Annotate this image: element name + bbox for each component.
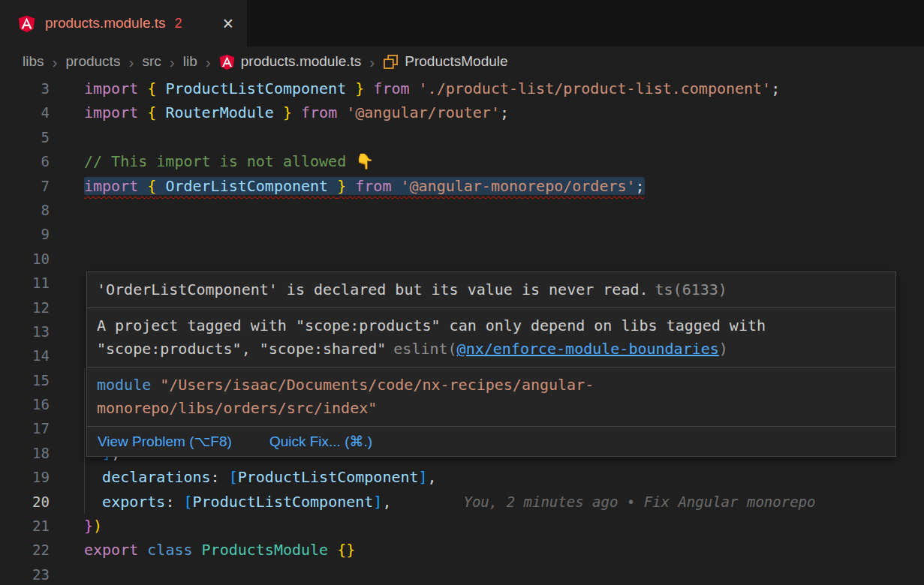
- line-number: 14: [0, 344, 68, 368]
- breadcrumb-label: src: [142, 53, 161, 70]
- code-editor[interactable]: 3import { ProductListComponent } from '.…: [0, 76, 924, 585]
- code-line-9[interactable]: 9: [0, 222, 924, 246]
- line-code: // This import is not allowed 👇: [68, 149, 924, 173]
- code-line-6[interactable]: 6// This import is not allowed 👇: [0, 149, 924, 173]
- ts-diagnostic-source: ts(6133): [655, 280, 727, 298]
- breadcrumb-item-products.module.ts[interactable]: products.module.ts: [219, 53, 362, 70]
- line-code: import { OrderListComponent } from '@ang…: [68, 174, 924, 198]
- breadcrumb-label: products.module.ts: [241, 53, 362, 70]
- module-path-line1: "/Users/isaac/Documents/code/nx-recipes/…: [160, 376, 594, 394]
- line-code: declarations: [ProductListComponent],: [68, 465, 924, 489]
- view-problem-link[interactable]: View Problem (⌥F8): [98, 433, 232, 450]
- code-line-20[interactable]: 20 exports: [ProductListComponent],You, …: [0, 490, 924, 514]
- breadcrumb-separator: ›: [53, 54, 58, 70]
- line-number: 10: [0, 247, 68, 271]
- code-line-4[interactable]: 4import { RouterModule } from '@angular/…: [0, 100, 924, 124]
- line-number: 11: [0, 271, 68, 295]
- line-number: 8: [0, 198, 68, 222]
- code-line-21[interactable]: 21}): [0, 514, 924, 538]
- eslint-message-line1: A project tagged with "scope:products" c…: [97, 314, 886, 338]
- line-number: 5: [0, 125, 68, 149]
- line-number: 4: [0, 100, 68, 124]
- code-line-5[interactable]: 5: [0, 125, 924, 149]
- line-content: import { ProductListComponent } from './…: [84, 80, 780, 98]
- breadcrumb-label: ProductsModule: [405, 53, 507, 70]
- breadcrumb-separator: ›: [128, 54, 134, 70]
- editor-tab-products-module[interactable]: products.module.ts 2 ×: [0, 0, 248, 46]
- eslint-source-prefix: eslint(: [393, 340, 456, 358]
- breadcrumb: libs›products›src›lib›products.module.ts…: [0, 46, 924, 76]
- line-number: 15: [0, 368, 68, 392]
- ts-diagnostic: 'OrderListComponent' is declared but its…: [87, 272, 895, 308]
- line-content: declarations: [ProductListComponent],: [84, 468, 437, 486]
- quick-fix-link[interactable]: Quick Fix... (⌘.): [269, 433, 372, 450]
- breadcrumb-separator: ›: [369, 54, 375, 70]
- line-code: [68, 198, 924, 222]
- error-highlighted-statement: import { OrderListComponent } from '@ang…: [84, 177, 645, 195]
- problem-hover-tooltip: 'OrderListComponent' is declared but its…: [86, 272, 896, 457]
- hover-actions: View Problem (⌥F8) Quick Fix... (⌘.): [87, 427, 895, 456]
- line-code: }): [68, 514, 924, 538]
- line-number: 19: [0, 465, 68, 489]
- line-content: exports: [ProductListComponent],: [84, 493, 391, 511]
- angular-file-icon: [18, 15, 35, 32]
- module-path-line2: monorepo/libs/orders/src/index": [97, 397, 886, 420]
- line-code: [68, 222, 924, 246]
- tab-filename: products.module.ts: [45, 15, 166, 32]
- vscode-window: products.module.ts 2 × libs›products›src…: [0, 0, 924, 585]
- breadcrumb-label: lib: [183, 53, 197, 70]
- code-line-7[interactable]: 7import { OrderListComponent } from '@an…: [0, 174, 924, 198]
- breadcrumb-item-libs[interactable]: libs: [23, 53, 44, 70]
- line-number: 12: [0, 296, 68, 320]
- breadcrumb-separator: ›: [206, 54, 211, 70]
- git-blame-annotation: You, 2 minutes ago • Fix Angular monorep…: [463, 490, 815, 514]
- line-number: 6: [0, 149, 68, 173]
- code-line-22[interactable]: 22export class ProductsModule {}: [0, 538, 924, 562]
- eslint-source-suffix: ): [719, 340, 728, 358]
- breadcrumb-item-products[interactable]: products: [66, 53, 121, 70]
- code-line-3[interactable]: 3import { ProductListComponent } from '.…: [0, 76, 924, 100]
- line-code: exports: [ProductListComponent],You, 2 m…: [68, 490, 924, 514]
- code-line-19[interactable]: 19 declarations: [ProductListComponent],: [0, 465, 924, 489]
- class-icon: [383, 54, 399, 70]
- line-code: import { RouterModule } from '@angular/r…: [68, 100, 924, 124]
- breadcrumb-item-src[interactable]: src: [142, 53, 161, 70]
- line-number: 7: [0, 174, 68, 198]
- module-keyword: module: [97, 376, 151, 394]
- line-number: 13: [0, 320, 68, 344]
- line-number: 18: [0, 441, 68, 465]
- angular-icon: [219, 54, 235, 70]
- tab-problem-count: 2: [175, 16, 182, 32]
- line-code: export class ProductsModule {}: [68, 538, 924, 562]
- line-content: // This import is not allowed 👇: [84, 152, 374, 170]
- line-number: 17: [0, 416, 68, 440]
- breadcrumb-label: products: [66, 53, 121, 70]
- eslint-diagnostic: A project tagged with "scope:products" c…: [87, 308, 895, 368]
- code-line-23[interactable]: 23: [0, 562, 924, 585]
- breadcrumb-item-lib[interactable]: lib: [183, 53, 197, 70]
- line-code: [68, 247, 924, 271]
- line-number: 22: [0, 538, 68, 562]
- line-number: 23: [0, 562, 68, 585]
- line-code: [68, 562, 924, 585]
- line-number: 3: [0, 76, 68, 100]
- line-number: 21: [0, 514, 68, 538]
- line-content: }): [84, 517, 102, 535]
- line-number: 9: [0, 222, 68, 246]
- line-content: export class ProductsModule {}: [84, 541, 355, 559]
- breadcrumb-separator: ›: [170, 54, 175, 70]
- code-line-8[interactable]: 8: [0, 198, 924, 222]
- line-code: import { ProductListComponent } from './…: [68, 76, 924, 100]
- line-number: 16: [0, 392, 68, 416]
- line-content: import { RouterModule } from '@angular/r…: [84, 104, 509, 122]
- breadcrumb-item-ProductsModule[interactable]: ProductsModule: [383, 53, 507, 70]
- module-info: module"/Users/isaac/Documents/code/nx-re…: [87, 368, 895, 427]
- eslint-rule-link[interactable]: @nx/enforce-module-boundaries: [457, 340, 719, 358]
- tab-bar: products.module.ts 2 ×: [0, 0, 924, 46]
- code-line-10[interactable]: 10: [0, 247, 924, 271]
- line-code: [68, 125, 924, 149]
- ts-diagnostic-message: 'OrderListComponent' is declared but its…: [97, 280, 649, 298]
- breadcrumb-label: libs: [23, 53, 44, 70]
- close-tab-icon[interactable]: ×: [222, 14, 233, 33]
- eslint-message-line2: "scope:products", "scope:shared"eslint(@…: [97, 338, 886, 361]
